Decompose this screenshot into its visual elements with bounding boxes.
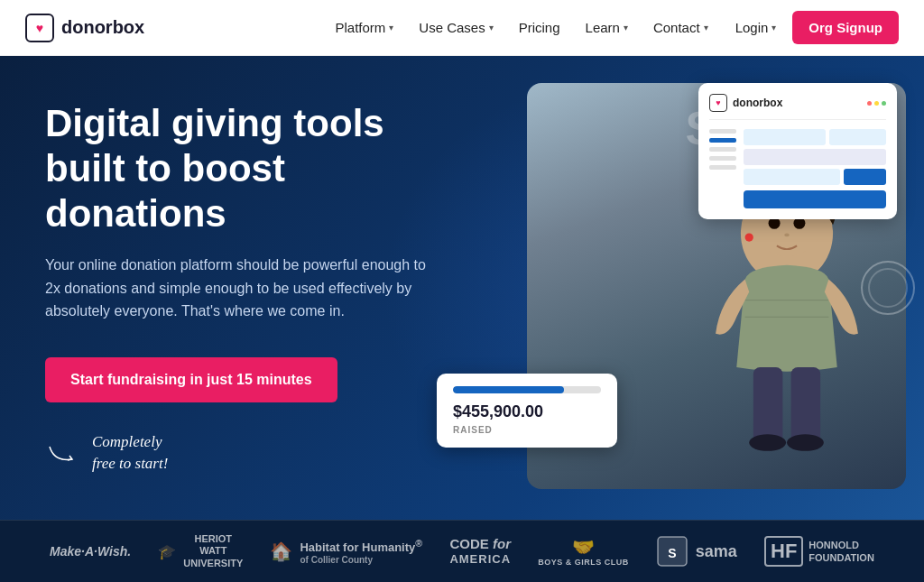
habitat-icon: 🏠 [270, 540, 292, 562]
arrow-icon [45, 439, 81, 467]
db-content-row-3 [744, 169, 886, 185]
hero-subtitle: Your online donation platform should be … [45, 254, 433, 323]
nav-contact[interactable]: Contact ▾ [642, 13, 719, 42]
nav-use-cases[interactable]: Use Cases ▾ [408, 13, 504, 42]
free-start-text: Completelyfree to start! [92, 431, 168, 475]
heriot-watt-icon: 🎓 [158, 543, 176, 560]
db-line-4 [709, 156, 736, 161]
honnold-foundation-logo: HF HONNOLD FOUNDATION [764, 536, 874, 567]
logo-heart-icon: ♥ [36, 21, 43, 35]
raised-bar-fill [453, 386, 564, 393]
dot-2 [874, 101, 879, 106]
hero-section: Digital giving tools built to boost dona… [0, 56, 924, 520]
login-button[interactable]: Login ▾ [723, 13, 790, 42]
svg-rect-6 [753, 367, 783, 443]
dashboard-header: ♥ donorbox [709, 94, 886, 120]
chevron-down-icon: ▾ [772, 23, 776, 32]
db-block-3 [744, 149, 886, 165]
hero-title: Digital giving tools built to boost dona… [45, 101, 460, 236]
db-logo-icon: ♥ [709, 94, 727, 112]
db-content-row-1 [744, 129, 886, 145]
nav-pricing[interactable]: Pricing [508, 13, 571, 42]
logo-icon: ♥ [25, 14, 54, 42]
db-block-2 [829, 129, 886, 145]
db-line-2 [709, 138, 736, 143]
logo[interactable]: ♥ donorbox [25, 14, 144, 42]
svg-point-5 [745, 233, 753, 241]
dashboard-card: ♥ donorbox [698, 83, 897, 219]
heriot-watt-logo: 🎓 HERIOT WATT UNIVERSITY [158, 533, 243, 569]
chevron-down-icon: ▾ [704, 23, 708, 32]
svg-point-9 [787, 434, 824, 451]
svg-point-8 [749, 434, 786, 451]
make-a-wish-logo: Make·A·Wish. [50, 544, 131, 559]
db-line-5 [709, 165, 736, 170]
code-for-america-logo: CODE for AMERICA [449, 535, 511, 568]
nav-platform[interactable]: Platform ▾ [324, 13, 404, 42]
raised-progress-bar [453, 386, 601, 393]
raised-label: RAISED [453, 425, 601, 435]
svg-rect-7 [791, 367, 821, 443]
db-big-button [744, 190, 886, 208]
svg-text:S: S [668, 546, 676, 560]
hero-visual: SCHOOL [419, 56, 924, 520]
chevron-down-icon: ▾ [389, 23, 393, 32]
db-block-4 [744, 169, 840, 185]
logo-text: donorbox [61, 17, 144, 38]
db-block-5 [844, 169, 886, 185]
navbar: ♥ donorbox Platform ▾ Use Cases ▾ Pricin… [0, 0, 924, 56]
chevron-down-icon: ▾ [489, 23, 494, 32]
db-content-area [744, 129, 886, 208]
db-content-row-2 [744, 149, 886, 165]
sama-logo: S sama [656, 535, 737, 568]
chevron-down-icon: ▾ [624, 23, 628, 32]
sama-icon: S [656, 535, 688, 568]
db-block-1 [744, 129, 826, 145]
circle-decoration [861, 261, 915, 315]
svg-point-4 [784, 233, 790, 236]
raised-card: $455,900.00 RAISED [437, 374, 617, 448]
boys-girls-club-logo: 🤝 BOYS & GIRLS CLUB [538, 536, 629, 567]
org-signup-button[interactable]: Org Signup [792, 11, 899, 44]
db-sidebar-lines [709, 129, 736, 208]
habitat-humanity-logo: 🏠 Habitat for Humanity® of Collier Count… [270, 538, 422, 564]
raised-amount: $455,900.00 [453, 402, 601, 421]
logos-bar: Make·A·Wish. 🎓 HERIOT WATT UNIVERSITY 🏠 … [0, 520, 924, 582]
db-menu-dots [867, 101, 886, 106]
db-logo-text: donorbox [733, 97, 782, 109]
cta-fundraise-button[interactable]: Start fundraising in just 15 minutes [45, 357, 337, 402]
nav-links: Platform ▾ Use Cases ▾ Pricing Learn ▾ C… [324, 11, 899, 44]
db-line-1 [709, 129, 736, 134]
dot-3 [882, 101, 886, 106]
dot-1 [867, 101, 872, 106]
nav-learn[interactable]: Learn ▾ [575, 13, 639, 42]
db-line-3 [709, 147, 736, 152]
hero-left: Digital giving tools built to boost dona… [45, 101, 460, 474]
free-label: Completelyfree to start! [45, 431, 460, 475]
db-sidebar [709, 129, 886, 208]
